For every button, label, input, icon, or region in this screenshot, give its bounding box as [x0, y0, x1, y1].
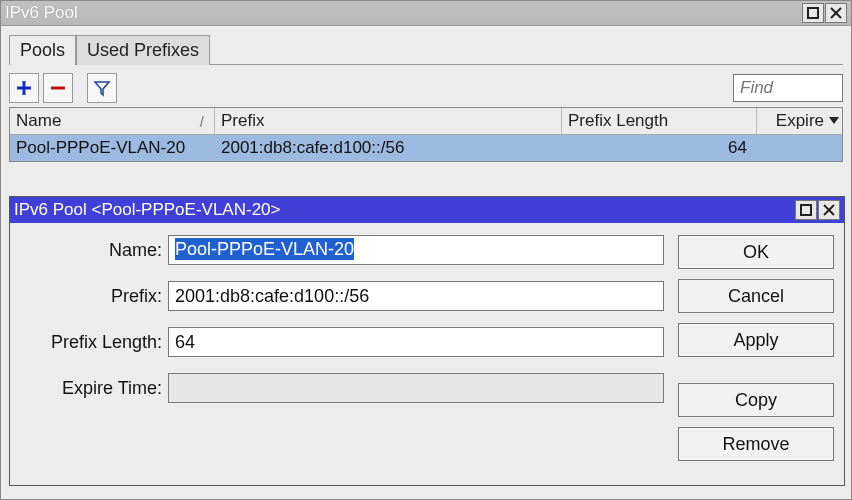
form-fields: Name: Pool-PPPoE-VLAN-20 Prefix: Prefix … [20, 235, 664, 473]
dialog-close-button[interactable] [818, 200, 840, 220]
svg-rect-8 [801, 205, 811, 215]
add-button[interactable] [9, 73, 39, 103]
svg-marker-7 [829, 117, 839, 124]
pools-table: Name / Prefix Prefix Length Expire Pool-… [9, 107, 843, 162]
svg-rect-0 [808, 8, 818, 18]
apply-button[interactable]: Apply [678, 323, 834, 357]
label-prefix-length: Prefix Length: [20, 332, 162, 353]
column-header-prefix-length[interactable]: Prefix Length [562, 108, 757, 134]
dropdown-arrow-icon [828, 111, 840, 131]
svg-marker-6 [95, 82, 109, 95]
remove-dialog-button[interactable]: Remove [678, 427, 834, 461]
label-expire-time: Expire Time: [20, 378, 162, 399]
table-row[interactable]: Pool-PPPoE-VLAN-20 2001:db8:cafe:d100::/… [10, 135, 842, 161]
plus-icon [15, 79, 33, 97]
prefix-field[interactable] [168, 281, 664, 311]
toolbar [1, 65, 851, 107]
sort-indicator-icon: / [200, 113, 208, 130]
cell-name: Pool-PPPoE-VLAN-20 [10, 137, 215, 159]
prefix-length-field[interactable] [168, 327, 664, 357]
column-header-expire[interactable]: Expire [757, 108, 842, 134]
tab-pools[interactable]: Pools [9, 35, 76, 65]
find-input[interactable] [733, 74, 843, 102]
column-header-name[interactable]: Name / [10, 108, 215, 134]
cell-prefix-length: 64 [562, 137, 757, 159]
dialog-title: IPv6 Pool <Pool-PPPoE-VLAN-20> [14, 200, 795, 220]
table-header: Name / Prefix Prefix Length Expire [10, 108, 842, 135]
ok-button[interactable]: OK [678, 235, 834, 269]
cell-expire [757, 147, 842, 149]
name-field[interactable]: Pool-PPPoE-VLAN-20 [168, 235, 664, 265]
label-prefix: Prefix: [20, 286, 162, 307]
copy-button[interactable]: Copy [678, 383, 834, 417]
filter-button[interactable] [87, 73, 117, 103]
main-titlebar: IPv6 Pool [1, 1, 851, 26]
cancel-button[interactable]: Cancel [678, 279, 834, 313]
remove-button[interactable] [43, 73, 73, 103]
cell-prefix: 2001:db8:cafe:d100::/56 [215, 137, 562, 159]
funnel-icon [93, 79, 111, 97]
pool-edit-dialog: IPv6 Pool <Pool-PPPoE-VLAN-20> Name: Poo… [9, 196, 845, 486]
column-header-prefix[interactable]: Prefix [215, 108, 562, 134]
expire-time-field[interactable] [168, 373, 664, 403]
main-window: IPv6 Pool Pools Used Prefixes N [0, 0, 852, 500]
tab-used-prefixes[interactable]: Used Prefixes [76, 35, 210, 65]
dialog-maximize-button[interactable] [795, 200, 817, 220]
label-name: Name: [20, 240, 162, 261]
main-maximize-button[interactable] [802, 3, 824, 23]
main-close-button[interactable] [825, 3, 847, 23]
dialog-titlebar: IPv6 Pool <Pool-PPPoE-VLAN-20> [10, 197, 844, 223]
minus-icon [49, 79, 67, 97]
tabs-row: Pools Used Prefixes [1, 26, 851, 64]
dialog-buttons: OK Cancel Apply Copy Remove [678, 235, 834, 473]
main-window-title: IPv6 Pool [5, 3, 802, 23]
